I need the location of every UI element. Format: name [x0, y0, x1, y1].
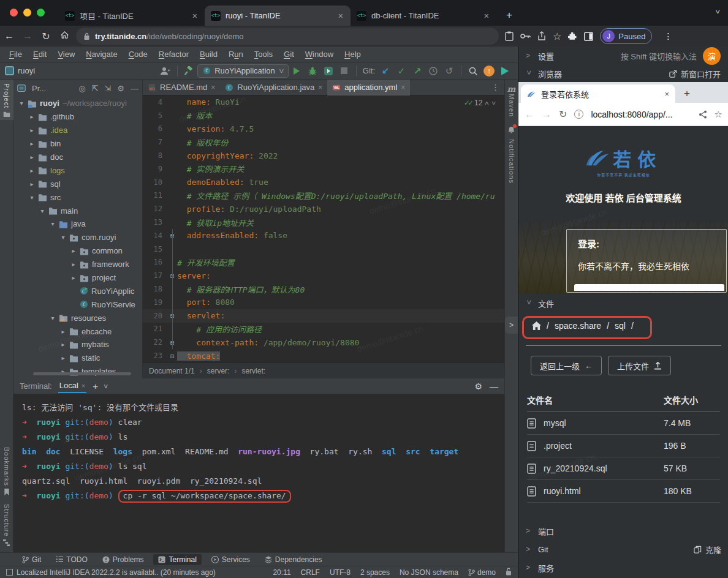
tool-button-dependencies[interactable]: Dependencies — [260, 554, 327, 565]
demo-badge[interactable]: 演 — [703, 47, 721, 65]
tree-item[interactable]: ▸logs — [13, 163, 142, 177]
terminal-settings-gear-icon[interactable]: ⚙ — [474, 381, 482, 391]
code-line[interactable]: 11 # 文件路径 示例（ Windows配置D:/ruoyi/uploadPa… — [143, 189, 504, 203]
inspections-widget[interactable]: ✓✓ 12 > > — [464, 99, 496, 107]
fold-marker-icon[interactable]: ⊟ — [167, 353, 177, 359]
tree-item[interactable]: ▸mybatis — [13, 338, 142, 351]
terminal-tab-local[interactable]: Local× — [58, 379, 87, 393]
tree-item[interactable]: ▾main — [13, 204, 142, 217]
code-line[interactable]: 9 # 实例演示开关 — [143, 162, 504, 176]
notifications-bell-icon[interactable] — [507, 126, 515, 137]
chevron-expanded-icon[interactable]: ▾ — [39, 208, 45, 214]
code-line[interactable]: 4 name: RuoYi — [143, 96, 504, 109]
status-message[interactable]: Localized IntelliJ IDEA 2022.2.2 is avai… — [17, 568, 216, 577]
collaborator-button[interactable] — [158, 64, 173, 78]
clipboard-icon[interactable] — [505, 31, 514, 41]
chevron-collapsed-icon[interactable]: ▸ — [29, 140, 35, 147]
tree-item[interactable]: ▸framework — [13, 258, 142, 271]
notifications-stripe-label[interactable]: Notifications — [508, 139, 515, 184]
chevron-collapsed-icon[interactable]: ▸ — [29, 181, 35, 187]
address-bar[interactable]: try.titanide.cn/ide/web/coding/ruoyi/dem… — [76, 28, 499, 45]
expand-all-icon[interactable]: ⇱ — [92, 84, 99, 93]
hide-panel-icon[interactable]: — — [131, 84, 138, 93]
git-update-button[interactable]: ↙ — [378, 64, 393, 78]
editor-tab[interactable]: MDREADME.md× — [143, 80, 220, 96]
menu-refactor[interactable]: Refactor — [153, 50, 194, 59]
tree-item[interactable]: ▸ehcache — [13, 325, 142, 338]
code-line[interactable]: 21 # 应用的访问路径 — [143, 323, 504, 336]
code-line[interactable]: 20⊟ servlet: — [143, 309, 504, 323]
panel-settings-gear-icon[interactable]: ⚙ — [117, 84, 124, 93]
tab-close-icon[interactable]: × — [483, 11, 490, 21]
home-button[interactable] — [55, 31, 74, 42]
status-item[interactable]: UTF-8 — [330, 568, 351, 577]
code-line[interactable]: 15 — [143, 242, 504, 256]
breadcrumb-item[interactable]: server: — [207, 367, 230, 375]
go-up-button[interactable]: 返回上一级← — [531, 356, 602, 375]
rollback-button[interactable]: ↺ — [442, 64, 457, 78]
new-terminal-button[interactable]: + — [93, 381, 98, 391]
build-hammer-button[interactable] — [182, 64, 197, 78]
tree-item[interactable]: ▸project — [13, 271, 142, 285]
browser-tab[interactable]: <t>ruoyi - TitanIDE× — [205, 6, 351, 26]
code-line[interactable]: 19 port: 8080 — [143, 296, 504, 309]
file-row[interactable]: mysql7.4 MB — [527, 412, 720, 435]
chevron-collapsed-icon[interactable]: ▸ — [60, 341, 66, 348]
tree-item[interactable]: ▾src — [13, 190, 142, 204]
files-section-header[interactable]: > 文件 — [518, 294, 728, 312]
tree-item[interactable]: ▸.github — [13, 110, 142, 124]
embedded-back-icon[interactable]: ← — [525, 109, 534, 120]
minimize-window-button[interactable] — [23, 9, 31, 17]
key-icon[interactable] — [520, 33, 531, 39]
browser-menu-icon[interactable]: ⋮ — [664, 31, 672, 41]
tree-item[interactable]: CRuoYiServle — [13, 298, 142, 311]
editor-tab[interactable]: CRuoYiApplication.java× — [220, 80, 327, 96]
tree-item[interactable]: ▸common — [13, 244, 142, 258]
tool-tab-project[interactable]: Project — [0, 80, 13, 120]
section-服务[interactable]: >服务 — [518, 558, 728, 577]
chevron-collapsed-icon[interactable]: ▸ — [29, 154, 35, 160]
status-item[interactable]: 20:11 — [273, 568, 290, 577]
menu-view[interactable]: View — [52, 50, 80, 59]
embedded-star-icon[interactable]: ☆ — [715, 109, 722, 120]
status-item[interactable]: No JSON schema — [400, 568, 458, 577]
run-with-coverage-button[interactable] — [321, 64, 336, 78]
tool-button-todo[interactable]: TODO — [51, 554, 92, 565]
tree-item[interactable]: ▾java — [13, 217, 142, 231]
breadcrumb-item[interactable]: Document 1/1 — [149, 367, 195, 375]
hide-terminal-icon[interactable]: — — [490, 381, 498, 391]
tool-tab-structure[interactable]: Structure — [3, 504, 10, 546]
tree-item[interactable]: ▸templates — [13, 365, 142, 378]
menu-tools[interactable]: Tools — [249, 50, 278, 59]
breadcrumb-item[interactable]: servlet: — [241, 367, 265, 375]
tool-tab-bookmarks[interactable]: Bookmarks — [3, 447, 10, 495]
file-row[interactable]: ruoyi.html180 KB — [527, 480, 720, 503]
git-commit-button[interactable]: ✓ — [394, 64, 409, 78]
tab-search-chevron-icon[interactable]: > — [713, 9, 721, 13]
git-branch-widget[interactable]: demo — [468, 568, 496, 577]
chevron-expanded-icon[interactable]: ▾ — [18, 100, 25, 107]
chevron-collapsed-icon[interactable]: ▸ — [70, 261, 77, 268]
maven-logo-icon[interactable]: m — [507, 84, 516, 94]
tool-button-services[interactable]: Services — [207, 554, 255, 565]
chevron-collapsed-icon[interactable]: ▸ — [60, 328, 66, 335]
menu-build[interactable]: Build — [194, 50, 223, 59]
login-input[interactable] — [574, 284, 724, 291]
menu-help[interactable]: Help — [339, 50, 366, 59]
reload-button[interactable]: ↻ — [37, 31, 55, 42]
browser-tab[interactable]: <t>项目 - TitanIDE× — [59, 6, 205, 26]
browser-section-header[interactable]: > 浏览器 新窗口打开 — [518, 65, 728, 82]
tree-item[interactable]: ▾resources — [13, 311, 142, 325]
file-row[interactable]: ry_20210924.sql57 KB — [527, 457, 720, 480]
editor-tab[interactable]: YMLapplication.yml× — [327, 80, 410, 96]
profile-paused-pill[interactable]: J Paused — [600, 28, 652, 44]
tab-close-icon[interactable]: × — [337, 11, 344, 21]
chevron-collapsed-icon[interactable]: ▸ — [29, 113, 35, 120]
menu-file[interactable]: File — [4, 50, 28, 59]
share-nodes-icon[interactable] — [699, 110, 707, 119]
code-line[interactable]: 12 profile: D:/ruoyi/uploadPath — [143, 202, 504, 216]
close-terminal-tab-icon[interactable]: × — [82, 382, 85, 389]
status-item[interactable]: CRLF — [301, 568, 320, 577]
section-Git[interactable]: >Git克隆 — [518, 540, 728, 558]
tree-item[interactable]: ▸.idea — [13, 124, 142, 137]
